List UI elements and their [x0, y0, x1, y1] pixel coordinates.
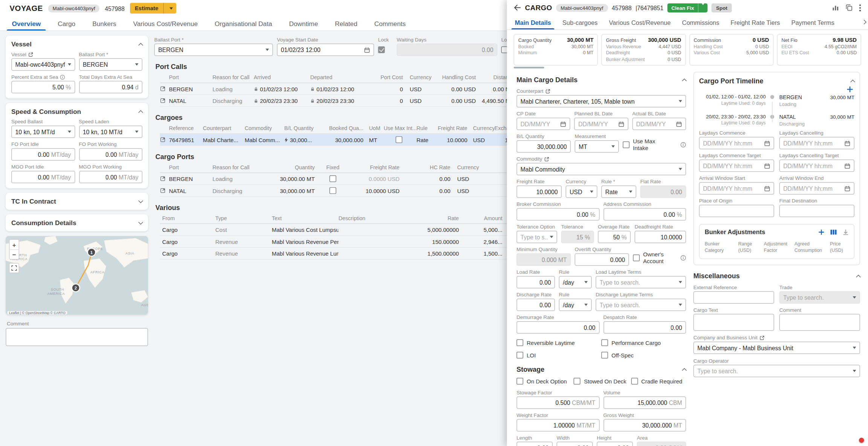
arrival-window-start-input[interactable]: DD/MM/YY hh:mm	[699, 182, 775, 195]
off-spec-checkbox[interactable]	[601, 352, 608, 359]
fixed-checkbox[interactable]	[330, 187, 336, 194]
loi-checkbox[interactable]	[517, 352, 523, 359]
mgo-port-idle-input[interactable]: 0.00MT/day	[11, 171, 75, 183]
tolerance-option-select[interactable]: Type to s...	[517, 231, 557, 244]
summary-scrollbar[interactable]	[514, 67, 544, 69]
performance-cargo-checkbox[interactable]	[601, 340, 608, 346]
external-link-icon[interactable]	[759, 335, 764, 340]
tab-payment-terms[interactable]: Payment Terms	[785, 15, 840, 30]
use-max-intake-checkbox[interactable]	[623, 141, 630, 148]
calendar-icon[interactable]	[844, 140, 851, 147]
mgo-port-working-input[interactable]: 0.00MT/day	[79, 171, 142, 183]
gross-weight-input[interactable]: 30,000.000MT	[603, 419, 686, 432]
percent-extra-input[interactable]: 5.00%	[11, 81, 75, 93]
map-marker-2[interactable]: 2	[72, 284, 80, 292]
cargo-operator-select[interactable]: Type to search.	[694, 365, 860, 377]
open-record-icon[interactable]	[160, 176, 166, 182]
insights-icon[interactable]	[832, 4, 839, 12]
vessel-select[interactable]: Mabl-owc4403pnyf	[11, 58, 75, 71]
calendar-icon[interactable]	[764, 185, 770, 192]
estimate-button[interactable]: Estimate	[130, 3, 176, 14]
cradle-required-checkbox[interactable]	[631, 378, 638, 385]
discharge-rule-select[interactable]: /day	[559, 299, 592, 311]
length-input[interactable]: 0.00	[517, 442, 553, 446]
expand-chevron-icon[interactable]	[138, 220, 143, 225]
add-bunker-adjustment-icon[interactable]	[818, 229, 825, 235]
demurrage-rate-input[interactable]: 0.00	[517, 322, 599, 334]
final-destination-input[interactable]	[779, 205, 855, 218]
collapse-chevron-icon[interactable]	[682, 368, 687, 373]
stowed-on-deck-checkbox[interactable]	[574, 378, 581, 385]
collapse-chevron-icon[interactable]	[138, 43, 143, 48]
expand-chevron-icon[interactable]	[138, 198, 143, 203]
tab-organisational-data[interactable]: Organisational Data	[206, 17, 280, 31]
calendar-icon[interactable]	[844, 163, 851, 169]
height-input[interactable]: 0.00	[597, 442, 633, 446]
timeline-entry[interactable]: 20/02, 23:30 - 20/02, 23:30 Laytime Used…	[699, 114, 855, 127]
duplicate-icon[interactable]	[845, 4, 853, 12]
more-menu-icon[interactable]	[859, 4, 861, 12]
tab-cargo[interactable]: Cargo	[49, 17, 84, 31]
collapse-chevron-icon[interactable]	[856, 274, 861, 279]
tab-commissions[interactable]: Commissions	[676, 15, 725, 30]
use-max-intake-checkbox[interactable]	[396, 136, 402, 143]
company-business-unit-select[interactable]: Mabl Company - Mabl Business Unit	[694, 342, 860, 354]
tab-freight-rate-tiers[interactable]: Freight Rate Tiers	[725, 15, 785, 30]
info-icon[interactable]	[680, 255, 686, 261]
planned-bl-date-input[interactable]: DD/MM/YY	[574, 118, 628, 130]
external-link-icon[interactable]	[28, 52, 33, 57]
notification-dot[interactable]	[859, 438, 864, 443]
columns-icon[interactable]	[830, 229, 837, 235]
calendar-icon[interactable]	[618, 121, 624, 127]
tabs-overflow-chevron-icon[interactable]	[862, 20, 866, 25]
currency-select[interactable]: USD	[566, 186, 598, 198]
tab-various-cost-revenue[interactable]: Various Cost/Revenue	[603, 15, 676, 30]
broker-commission-input[interactable]: 0.00%	[517, 208, 599, 221]
overage-rate-input[interactable]: 50%	[598, 231, 631, 244]
zoom-in-button[interactable]: +	[10, 240, 19, 250]
despatch-rate-input[interactable]: 0.00	[603, 322, 686, 334]
volume-input[interactable]: 15,000.000CBM	[603, 397, 686, 409]
laydays-cancelling-target-input[interactable]: DD/MM/YY hh:mm	[779, 160, 855, 172]
calendar-icon[interactable]	[676, 121, 682, 127]
commodity-select[interactable]: Mabl Commodity	[517, 163, 686, 176]
speed-laden-select[interactable]: 10 kn, 10 MT/d	[79, 126, 142, 138]
open-record-icon[interactable]	[160, 86, 166, 92]
load-rate-input[interactable]: 0.00	[517, 276, 555, 289]
map-marker-1[interactable]: 1	[88, 248, 96, 256]
speed-ballast-select[interactable]: 10 kn, 10 MT/d	[11, 126, 75, 138]
tab-downtime[interactable]: Downtime	[281, 17, 327, 31]
load-rule-select[interactable]: /day	[559, 276, 592, 289]
external-link-icon[interactable]	[544, 156, 549, 162]
reversible-laytime-checkbox[interactable]	[517, 340, 523, 346]
counterpart-select[interactable]: Mabl Charterer, Charterer, 105, Mable to…	[517, 95, 686, 108]
laydays-commence-target-input[interactable]: DD/MM/YY hh:mm	[699, 160, 775, 172]
status-dropdown-arrow-icon[interactable]	[698, 5, 708, 11]
on-deck-option-checkbox[interactable]	[517, 378, 523, 385]
open-record-icon[interactable]	[160, 98, 166, 104]
external-reference-input[interactable]	[694, 291, 775, 304]
tab-main-details[interactable]: Main Details	[509, 15, 557, 30]
laydays-commence-input[interactable]: DD/MM/YY hh:mm	[699, 137, 775, 150]
load-laytime-terms-select[interactable]: Type to search.	[596, 276, 686, 289]
ballast-port-select[interactable]: BERGEN	[79, 58, 142, 71]
tab-overview[interactable]: Overview	[3, 17, 49, 31]
calendar-icon[interactable]	[764, 140, 770, 147]
zoom-out-button[interactable]: −	[10, 250, 19, 259]
add-port-call-icon[interactable]	[847, 86, 853, 93]
external-link-icon[interactable]	[545, 89, 550, 94]
width-input[interactable]: 0.00	[557, 442, 593, 446]
weight-factor-input[interactable]: 1.00000MT/MT	[517, 419, 599, 432]
address-commission-input[interactable]: 0.00%	[603, 208, 686, 221]
actual-bl-date-input[interactable]: DD/MM/YY	[632, 118, 686, 130]
cargo-text-textarea[interactable]	[694, 314, 775, 331]
deadfreight-rate-input[interactable]: 10.0000	[635, 231, 686, 244]
main-ballast-port-select[interactable]: BERGEN	[154, 44, 273, 56]
arrival-window-end-input[interactable]: DD/MM/YY hh:mm	[779, 182, 855, 195]
discharge-rate-input[interactable]: 0.00	[517, 299, 555, 311]
calendar-icon[interactable]	[844, 185, 851, 192]
owners-account-checkbox[interactable]	[633, 254, 640, 261]
timeline-entry[interactable]: 01/02, 12:00 - 01/02, 12:00 Laytime Used…	[699, 94, 855, 107]
laydays-cancelling-input[interactable]: DD/MM/YY hh:mm	[779, 137, 855, 150]
fo-port-idle-input[interactable]: 0.00MT/day	[11, 148, 75, 161]
